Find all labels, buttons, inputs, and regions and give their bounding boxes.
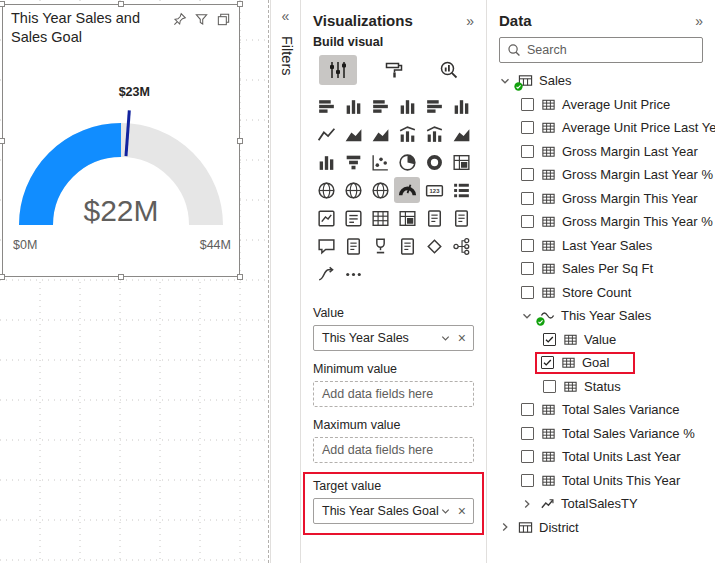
format-visual-tab[interactable] [375,55,413,85]
field-checkbox[interactable] [543,333,556,346]
filter-icon[interactable] [194,12,209,27]
field-checkbox[interactable] [521,427,534,440]
more-visuals-icon[interactable] [340,261,366,287]
chevron-right-icon[interactable] [521,498,533,510]
tree-item-gross-margin-this-year[interactable]: Gross Margin This Year % [487,210,715,234]
field-checkbox[interactable] [521,403,534,416]
filled-map-icon[interactable] [340,177,366,203]
tree-item-this-year-sales[interactable]: This Year Sales [487,304,715,328]
hundred-percent-stacked-bar-chart-icon[interactable] [421,93,447,119]
expand-filters-icon[interactable]: « [271,0,300,24]
treemap-icon[interactable] [448,149,474,175]
hundred-percent-stacked-column-chart-icon[interactable] [448,93,474,119]
tree-item-sales-per-sq-ft[interactable]: Sales Per Sq Ft [487,257,715,281]
multi-row-card-icon[interactable] [448,177,474,203]
analytics-tab[interactable] [430,55,468,85]
field-checkbox[interactable] [521,215,534,228]
remove-field-icon[interactable]: × [458,331,466,345]
field-checkbox[interactable] [543,380,556,393]
azure-map-icon[interactable] [367,177,393,203]
tree-item-gross-margin-last-year[interactable]: Gross Margin Last Year % [487,163,715,187]
line-chart-icon[interactable] [313,121,339,147]
collapse-data-icon[interactable]: » [695,13,703,29]
python-visual-icon[interactable] [448,205,474,231]
gauge-icon[interactable] [394,177,420,203]
tree-item-average-unit-price[interactable]: Average Unit Price [487,93,715,117]
line-and-stacked-column-chart-icon[interactable] [394,121,420,147]
collapse-visualizations-icon[interactable]: » [466,13,474,29]
pie-chart-icon[interactable] [394,149,420,175]
decomposition-tree-icon[interactable] [448,233,474,259]
tree-item-average-unit-price-last-year[interactable]: Average Unit Price Last Year [487,116,715,140]
field-checkbox[interactable] [521,121,534,134]
tree-item-value[interactable]: Value [487,328,715,352]
key-influencers-icon[interactable] [313,261,339,287]
field-checkbox[interactable] [521,239,534,252]
field-checkbox[interactable] [521,145,534,158]
field-checkbox[interactable] [521,168,534,181]
r-script-visual-icon[interactable] [421,205,447,231]
resize-handle-n[interactable] [118,1,124,7]
scatter-chart-icon[interactable] [367,149,393,175]
resize-handle-sw[interactable] [0,274,5,280]
resize-handle-ne[interactable] [237,1,243,7]
tree-item-gross-margin-this-year[interactable]: Gross Margin This Year [487,187,715,211]
stacked-bar-chart-icon[interactable] [313,93,339,119]
copy-icon[interactable] [216,12,231,27]
field-checkbox[interactable] [521,474,534,487]
clustered-column-chart-icon[interactable] [394,93,420,119]
chevron-down-icon[interactable] [521,310,533,322]
resize-handle-se[interactable] [237,274,243,280]
field-pill-this-year-sales-goal[interactable]: This Year Sales Goal× [313,498,474,524]
field-checkbox[interactable] [521,450,534,463]
tree-item-status[interactable]: Status [487,375,715,399]
stacked-area-chart-icon[interactable] [367,121,393,147]
funnel-chart-icon[interactable] [340,149,366,175]
area-chart-icon[interactable] [340,121,366,147]
field-checkbox[interactable] [521,262,534,275]
tree-item-last-year-sales[interactable]: Last Year Sales [487,234,715,258]
empty-field-well[interactable]: Add data fields here [313,381,474,407]
tree-item-total-sales-variance[interactable]: Total Sales Variance % [487,422,715,446]
paginated-report-icon[interactable] [394,233,420,259]
report-canvas[interactable]: This Year Sales and Sales Goal $23M $22M… [0,0,270,563]
matrix-visual-icon[interactable] [394,205,420,231]
field-checkbox[interactable] [521,98,534,111]
chevron-right-icon[interactable] [499,521,511,533]
field-checkbox[interactable] [521,192,534,205]
q-and-a-icon[interactable] [313,233,339,259]
pin-icon[interactable] [172,12,187,27]
tree-item-total-units-this-year[interactable]: Total Units This Year [487,469,715,493]
field-dropdown-chevron-icon[interactable] [440,333,451,344]
waterfall-chart-icon[interactable] [313,149,339,175]
gauge-visual[interactable]: This Year Sales and Sales Goal $23M $22M… [2,4,240,277]
search-input[interactable] [527,43,695,57]
resize-handle-s[interactable] [118,274,124,280]
field-dropdown-chevron-icon[interactable] [440,506,451,517]
slicer-icon[interactable] [340,205,366,231]
tree-item-gross-margin-last-year[interactable]: Gross Margin Last Year [487,140,715,164]
tree-item-district[interactable]: District [487,516,715,540]
clustered-bar-chart-icon[interactable] [367,93,393,119]
map-icon[interactable] [313,177,339,203]
field-checkbox[interactable] [541,356,554,369]
chevron-down-icon[interactable] [499,75,511,87]
field-checkbox[interactable] [521,286,534,299]
tree-item-sales[interactable]: Sales [487,69,715,93]
stacked-column-chart-icon[interactable] [340,93,366,119]
search-box[interactable] [499,37,703,63]
smart-narrative-icon[interactable] [340,233,366,259]
field-pill-this-year-sales[interactable]: This Year Sales× [313,325,474,351]
tree-item-totalsalesty[interactable]: TotalSalesTY [487,492,715,516]
table-visual-icon[interactable] [367,205,393,231]
donut-chart-icon[interactable] [421,149,447,175]
ribbon-chart-icon[interactable] [448,121,474,147]
tree-item-total-sales-variance[interactable]: Total Sales Variance [487,398,715,422]
remove-field-icon[interactable]: × [458,504,466,518]
kpi-icon[interactable] [313,205,339,231]
tree-item-goal[interactable]: Goal [487,351,715,375]
line-and-clustered-column-chart-icon[interactable] [421,121,447,147]
resize-handle-w[interactable] [0,138,5,144]
metrics-icon[interactable] [367,233,393,259]
tree-item-store-count[interactable]: Store Count [487,281,715,305]
